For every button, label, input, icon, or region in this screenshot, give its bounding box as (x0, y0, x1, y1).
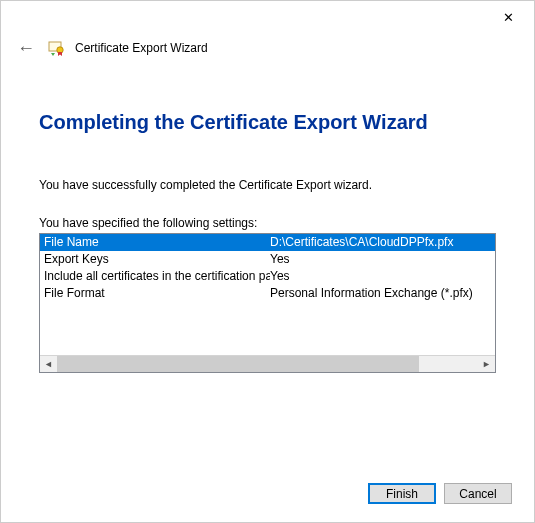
page-title: Completing the Certificate Export Wizard (39, 111, 496, 134)
list-item[interactable]: File Format Personal Information Exchang… (40, 285, 495, 302)
list-item[interactable]: File Name D:\Certificates\CA\CloudDPPfx.… (40, 234, 495, 251)
scroll-left-icon[interactable]: ◄ (40, 356, 57, 372)
scroll-thumb[interactable] (57, 356, 419, 372)
content-area: Completing the Certificate Export Wizard… (1, 69, 534, 373)
back-arrow-icon[interactable]: ← (15, 39, 37, 57)
setting-key: File Format (40, 285, 270, 302)
list-item[interactable]: Export Keys Yes (40, 251, 495, 268)
setting-value: Yes (270, 268, 495, 285)
setting-value: Yes (270, 251, 495, 268)
setting-key: Include all certificates in the certific… (40, 268, 270, 285)
close-icon[interactable]: ✕ (497, 8, 520, 27)
titlebar: ✕ (1, 1, 534, 33)
setting-key: Export Keys (40, 251, 270, 268)
cancel-button[interactable]: Cancel (444, 483, 512, 504)
certificate-icon (47, 39, 65, 57)
settings-rows: File Name D:\Certificates\CA\CloudDPPfx.… (40, 234, 495, 355)
horizontal-scrollbar[interactable]: ◄ ► (40, 355, 495, 372)
wizard-name: Certificate Export Wizard (75, 41, 208, 55)
list-item[interactable]: Include all certificates in the certific… (40, 268, 495, 285)
header: ← Certificate Export Wizard (1, 33, 534, 69)
scroll-right-icon[interactable]: ► (478, 356, 495, 372)
intro-text: You have successfully completed the Cert… (39, 178, 496, 192)
finish-button[interactable]: Finish (368, 483, 436, 504)
setting-key: File Name (40, 234, 270, 251)
setting-value: D:\Certificates\CA\CloudDPPfx.pfx (270, 234, 495, 251)
settings-listbox[interactable]: File Name D:\Certificates\CA\CloudDPPfx.… (39, 233, 496, 373)
settings-label: You have specified the following setting… (39, 216, 496, 230)
button-bar: Finish Cancel (368, 483, 512, 504)
setting-value: Personal Information Exchange (*.pfx) (270, 285, 495, 302)
scroll-track[interactable] (57, 356, 478, 372)
